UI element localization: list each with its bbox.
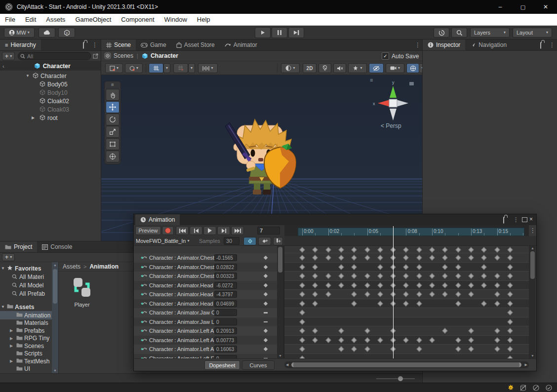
keyframe-diamond[interactable] (377, 337, 383, 343)
hierarchy-item-body05[interactable]: Body05 (0, 80, 101, 88)
keyframe-diamond[interactable] (468, 328, 474, 334)
assets-header[interactable]: ▼Assets (0, 303, 52, 311)
keyframe-diamond[interactable] (455, 274, 461, 279)
pause-button[interactable] (272, 27, 287, 38)
keyframe-diamond[interactable] (442, 328, 448, 334)
hierarchy-item-body10[interactable]: Body10 (0, 88, 101, 97)
keyed-marker-icon[interactable] (264, 302, 268, 306)
folder-item-prefabs[interactable]: ▶Prefabs (0, 326, 52, 335)
tab-animator[interactable]: Animator (220, 39, 262, 50)
keyframe-diamond[interactable] (455, 347, 461, 352)
keyframe-diamond[interactable] (364, 337, 370, 343)
animation-property-row[interactable]: Character : Animator.Left Ar0.20913 (134, 326, 277, 336)
add-event-button[interactable] (273, 237, 283, 245)
disclosure-closed-icon[interactable]: ▶ (32, 116, 35, 120)
keyframe-diamond[interactable] (442, 264, 448, 270)
audio-toggle[interactable] (333, 63, 346, 73)
animation-property-row[interactable]: Character : Animator.Left Ey0 (134, 354, 277, 359)
record-button[interactable] (162, 226, 174, 235)
property-value-field[interactable]: 0 (214, 355, 237, 358)
bug-icon[interactable] (507, 384, 514, 392)
keyframe-diamond[interactable] (403, 292, 409, 297)
favorite-item[interactable]: All Model (0, 281, 52, 289)
keyframe-diamond[interactable] (455, 264, 461, 270)
keyframe-diamond[interactable] (364, 328, 370, 334)
keyframe-diamond[interactable] (494, 337, 500, 343)
menu-assets[interactable]: Assets (41, 14, 70, 26)
rect-tool-button[interactable] (106, 138, 119, 150)
lighting-toggle[interactable] (318, 63, 331, 73)
increment-snap-dropdown[interactable]: ▾ (188, 63, 195, 73)
keyframe-diamond[interactable] (442, 247, 448, 252)
keyframe-diamond[interactable] (416, 292, 422, 297)
keyframe-diamond[interactable] (299, 274, 305, 279)
folder-item-scenes[interactable]: ▶Scenes (0, 342, 52, 350)
keyframe-diamond[interactable] (468, 255, 474, 261)
keyframe-diamond[interactable] (403, 247, 409, 252)
keyframe-diamond[interactable] (299, 328, 305, 334)
tab-navigation[interactable]: Navigation (465, 39, 512, 50)
keyframe-diamond[interactable] (416, 347, 422, 352)
keyframe-diamond[interactable] (455, 282, 461, 288)
keyframe-diamond[interactable] (507, 347, 513, 352)
pivot-dropdown[interactable]: ▾ (125, 63, 143, 73)
next-frame-button[interactable] (217, 226, 230, 235)
keyframe-diamond[interactable] (455, 255, 461, 261)
keyframe-diamond[interactable] (507, 274, 513, 279)
dopesheet[interactable] (284, 246, 529, 358)
keyframe-diamond[interactable] (299, 319, 305, 324)
overlay-drag-handle[interactable]: ≡ (106, 82, 119, 88)
property-value-field[interactable]: -0.1565 (214, 254, 237, 261)
tab-asset-store[interactable]: Asset Store (171, 39, 220, 50)
keyframe-diamond[interactable] (299, 282, 305, 288)
scroll-down-icon[interactable]: ▼ (278, 354, 282, 357)
breadcrumb-current[interactable]: Animation (89, 263, 119, 270)
keyframe-diamond[interactable] (507, 337, 513, 343)
keyframe-diamond[interactable] (338, 337, 344, 343)
rotate-tool-button[interactable] (106, 114, 119, 125)
folder-item-textmesh[interactable]: ▶TextMesh (0, 357, 52, 365)
camera-dropdown[interactable]: ▾ (386, 63, 404, 73)
scroll-down-icon[interactable]: ▼ (531, 354, 534, 357)
keyframe-diamond[interactable] (507, 319, 513, 324)
scene-character[interactable] (223, 115, 305, 201)
keyframe-diamond[interactable] (429, 282, 435, 288)
keyframe-diamond[interactable] (455, 301, 461, 306)
keyframe-diamond[interactable] (377, 264, 383, 270)
keyframe-diamond[interactable] (325, 247, 331, 252)
animation-property-row[interactable]: Character : Animator.Jaw L0 (134, 317, 277, 327)
first-frame-button[interactable] (176, 226, 189, 235)
keyframe-diamond[interactable] (325, 292, 331, 297)
hierarchy-item-character[interactable]: ▼Character (0, 72, 101, 80)
transform-tool-button[interactable] (106, 151, 119, 162)
keyframe-diamond[interactable] (416, 255, 422, 261)
snap-settings-dropdown[interactable]: ▾ (198, 63, 218, 73)
keyframe-diamond[interactable] (507, 328, 513, 334)
keyframe-diamond[interactable] (299, 255, 305, 261)
step-button[interactable] (288, 27, 304, 38)
keyframe-diamond[interactable] (313, 301, 318, 306)
scroll-down-icon[interactable]: ▼ (53, 369, 57, 372)
folder-item-scripts[interactable]: Scripts (0, 350, 52, 358)
keyframe-diamond[interactable] (364, 274, 370, 279)
prev-frame-button[interactable] (190, 226, 202, 235)
property-value-field[interactable]: 0 (214, 309, 237, 316)
lock-icon[interactable] (83, 42, 84, 49)
cloud-button[interactable] (39, 28, 55, 38)
keyframe-diamond[interactable] (352, 337, 357, 343)
keyframe-diamond[interactable] (481, 264, 487, 270)
menu-file[interactable]: File (0, 14, 20, 26)
scale-tool-button[interactable] (106, 126, 119, 138)
tab-game[interactable]: Game (136, 39, 171, 50)
keyframe-diamond[interactable] (352, 301, 357, 306)
keyframe-diamond[interactable] (507, 310, 513, 315)
keyframe-diamond[interactable] (494, 247, 500, 252)
animation-property-row[interactable]: Character : Animator.Chest0.00323 (134, 272, 277, 281)
hierarchy-item-cloak02[interactable]: Cloak02 (0, 97, 101, 105)
keyframe-diamond[interactable] (494, 347, 500, 352)
animation-property-row[interactable]: Character : Animator.Jaw C0 (134, 308, 277, 317)
favorite-item[interactable]: All Prefab (0, 289, 52, 298)
keyframe-diamond[interactable] (403, 264, 409, 270)
keyframe-diamond[interactable] (416, 282, 422, 288)
dopesheet-tab-button[interactable]: Dopesheet (204, 360, 240, 370)
